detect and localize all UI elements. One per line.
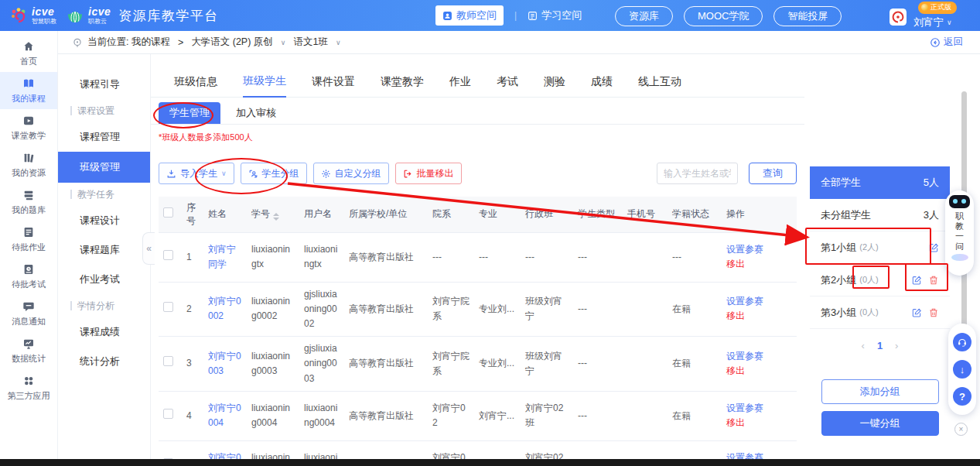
smart-cast-button[interactable]: 智能投屏 [773, 6, 842, 26]
set-contest-link[interactable]: 设置参赛 [726, 401, 792, 416]
class-limit-notice: *班级人数最多添加500人 [159, 132, 804, 142]
submenu-item-class-management[interactable]: 班级管理 [58, 152, 150, 183]
edit-icon[interactable] [911, 275, 922, 286]
submenu-item-course-management[interactable]: 课程管理 [58, 122, 150, 152]
add-group-button[interactable]: 添加分组 [821, 379, 939, 404]
row-checkbox[interactable] [163, 409, 173, 419]
set-contest-link[interactable]: 设置参赛 [726, 294, 792, 309]
assistant-widget[interactable]: 职 教 一 问 [945, 190, 974, 276]
submenu-item-course-guide[interactable]: 课程引导 [58, 70, 150, 99]
subtab-student-management[interactable]: 学生管理 [159, 102, 220, 124]
close-widgets-button[interactable]: × [954, 423, 968, 436]
sidebar-item-classroom-teaching[interactable]: 课堂教学 [0, 109, 57, 146]
submenu-item-statistical-analysis[interactable]: 统计分析 [58, 347, 150, 376]
student-space-button[interactable]: 学习空间 [528, 9, 582, 22]
select-all-checkbox[interactable] [163, 207, 173, 218]
sidebar-item-pending-homework[interactable]: 待批作业 [0, 221, 57, 258]
group-count: (0人) [859, 274, 878, 286]
robot-icon [949, 195, 970, 208]
sidebar-item-my-resources[interactable]: 我的资源 [0, 146, 57, 183]
remove-link[interactable]: 移出 [726, 257, 792, 272]
resource-library-button[interactable]: 资源库 [615, 6, 673, 26]
student-grouping-button[interactable]: 学生分组 [241, 163, 307, 184]
group-person-icon [248, 169, 258, 179]
user-menu[interactable]: 刘宵宁 ∨ [913, 15, 952, 29]
breadcrumb-class-select[interactable]: 语文1班 [293, 36, 327, 49]
row-checkbox[interactable] [163, 250, 173, 260]
sidebar-item-third-party-apps[interactable]: 第三方应用 [0, 369, 57, 406]
set-contest-link[interactable]: 设置参赛 [726, 242, 792, 257]
submenu-item-course-question-bank[interactable]: 课程题库 [58, 235, 150, 265]
submenu-collapse-handle[interactable]: « [142, 232, 155, 265]
sort-control[interactable] [273, 213, 279, 221]
exam-doc-icon [22, 263, 35, 276]
subtab-join-audit[interactable]: 加入审核 [234, 102, 278, 124]
teacher-space-button[interactable]: 教师空间 [435, 5, 504, 26]
student-table: 序号 姓名 学号 用户名 所属学校/单位 院系 专业 行政班 学生类型 手机号 … [159, 197, 797, 460]
col-name: 姓名 [203, 197, 247, 232]
remove-link[interactable]: 移出 [726, 309, 792, 324]
row-checkbox[interactable] [163, 302, 173, 312]
sidebar-item-pending-exams[interactable]: 待批考试 [0, 258, 57, 295]
tab-online-interaction[interactable]: 线上互动 [638, 75, 681, 97]
table-row: 3 刘宵宁0003 liuxiaoning0003 gjsliuxiaoning… [159, 337, 797, 392]
tab-class-info[interactable]: 班级信息 [174, 75, 217, 97]
page-prev-arrow[interactable]: ‹ [862, 340, 865, 351]
student-name-link[interactable]: 刘宵宁0004 [208, 403, 241, 428]
group-row-3[interactable]: 第3小组 (0人) [810, 296, 950, 329]
breadcrumb: 当前位置: 我的课程 > 大学语文 (2P) 原创 ∨ 语文1班 ∨ [72, 36, 343, 49]
group-filter-all[interactable]: 全部学生 5人 [810, 166, 950, 199]
col-operation: 操作 [722, 197, 797, 232]
trash-icon[interactable] [928, 307, 939, 318]
edit-icon[interactable] [911, 307, 922, 318]
chevron-down-icon[interactable]: ∨ [336, 39, 341, 46]
student-search-input[interactable] [657, 163, 738, 184]
one-click-group-button[interactable]: 一键分组 [821, 411, 939, 436]
group-filter-ungrouped[interactable]: 未分组学生 3人 [810, 199, 950, 231]
chevron-down-icon[interactable]: ∨ [281, 39, 286, 46]
col-status: 学籍状态 [668, 197, 722, 232]
batch-remove-button[interactable]: 批量移出 [395, 163, 462, 184]
custom-grouping-button[interactable]: 自定义分组 [313, 163, 389, 184]
edit-icon[interactable] [928, 242, 939, 253]
student-name-link[interactable]: 刘宵宁0002 [208, 296, 241, 321]
breadcrumb-course-select[interactable]: 大学语文 (2P) 原创 [191, 36, 273, 49]
teacher-space-icon [442, 11, 452, 21]
submenu-item-course-design[interactable]: 课程设计 [58, 206, 150, 235]
tab-quiz[interactable]: 测验 [544, 75, 565, 97]
app-window: icve 智慧职教 icve 职教云 资源库教学平台 教师空间 [0, 0, 980, 466]
download-button[interactable]: ↓ [953, 360, 971, 379]
tab-exam[interactable]: 考试 [497, 75, 518, 97]
group-row-1[interactable]: 第1小组 (2人) [810, 231, 950, 264]
sidebar-item-home[interactable]: 首页 [0, 35, 57, 72]
sidebar-item-my-question-bank[interactable]: 我的题库 [0, 183, 57, 221]
customer-service-button[interactable] [953, 333, 971, 351]
group-row-2[interactable]: 第2小组 (0人) [810, 264, 950, 296]
tab-homework[interactable]: 作业 [449, 75, 471, 97]
submenu-item-homework-exam[interactable]: 作业考试 [58, 265, 150, 294]
import-students-button[interactable]: 导入学生 ∨ [159, 163, 234, 184]
help-button[interactable]: ? [953, 387, 971, 406]
table-row: 1 刘宵宁同学 liuxiaoningtx liuxiaoningtx 高等教育… [159, 232, 797, 282]
sidebar-item-messages[interactable]: 消息通知 [0, 295, 57, 332]
group-pagination: ‹ 1 › [810, 329, 950, 361]
student-name-link[interactable]: 刘宵宁0003 [208, 351, 241, 376]
mooc-college-button[interactable]: MOOC学院 [684, 6, 763, 26]
row-checkbox[interactable] [163, 356, 173, 366]
sidebar-item-my-courses[interactable]: 我的课程 [0, 72, 57, 109]
tab-class-students[interactable]: 班级学生 [243, 74, 286, 98]
sidebar-item-data-statistics[interactable]: 数据统计 [0, 332, 57, 369]
tab-grades[interactable]: 成绩 [591, 75, 613, 97]
tab-courseware-settings[interactable]: 课件设置 [312, 75, 355, 97]
remove-link[interactable]: 移出 [726, 364, 792, 379]
student-name-link[interactable]: 刘宵宁同学 [208, 244, 236, 269]
page-next-arrow[interactable]: › [895, 340, 898, 351]
back-button[interactable]: 返回 [930, 36, 963, 49]
page-number[interactable]: 1 [877, 340, 883, 351]
remove-link[interactable]: 移出 [726, 416, 792, 430]
submenu-item-course-grades[interactable]: 课程成绩 [58, 317, 150, 347]
tab-classroom-teaching[interactable]: 课堂教学 [381, 75, 424, 97]
set-contest-link[interactable]: 设置参赛 [726, 349, 792, 364]
query-button[interactable]: 查询 [749, 163, 797, 184]
trash-icon[interactable] [928, 275, 939, 286]
